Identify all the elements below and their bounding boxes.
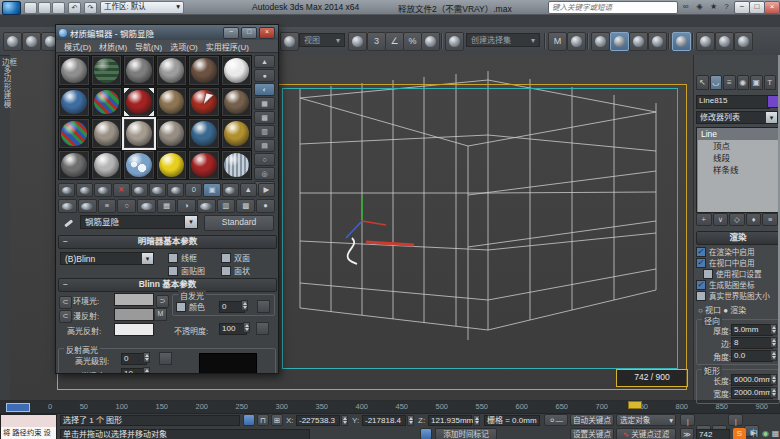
- mirror-icon[interactable]: M: [548, 32, 567, 51]
- material-sample-slot[interactable]: [221, 150, 253, 181]
- spinner[interactable]: [770, 374, 777, 385]
- reference-coordinate-dropdown[interactable]: 视图 ▾: [299, 33, 345, 47]
- faceted-checkbox[interactable]: 面状: [221, 265, 250, 276]
- workspace-selector[interactable]: 工作区: 默认 ▾: [100, 1, 184, 14]
- material-sample-slot[interactable]: [91, 55, 123, 86]
- material-sample-slot[interactable]: [156, 55, 188, 86]
- modifier-list-dropdown[interactable]: 修改器列表 ▾: [696, 111, 778, 124]
- tiling-icon[interactable]: ▩: [236, 199, 255, 213]
- material-sample-slot[interactable]: [91, 150, 123, 181]
- select-object-icon[interactable]: [78, 199, 97, 213]
- put-to-library-icon[interactable]: [167, 183, 184, 197]
- sample-type-sphere-icon[interactable]: ●: [256, 199, 275, 213]
- set-key-button[interactable]: 设置关键点: [570, 428, 614, 439]
- make-unique-icon[interactable]: ◇: [729, 213, 745, 226]
- background-icon[interactable]: ▦: [254, 97, 275, 110]
- render-setup-icon[interactable]: [696, 32, 715, 51]
- make-unique-icon[interactable]: [149, 183, 166, 197]
- close-icon[interactable]: ×: [259, 27, 275, 39]
- render-option-checkbox[interactable]: 在视口中启用: [696, 257, 779, 268]
- transport-button[interactable]: |▶: [728, 414, 743, 426]
- align-icon[interactable]: [567, 32, 586, 51]
- material-sample-slot[interactable]: [58, 118, 90, 149]
- opacity-map-button[interactable]: [256, 322, 269, 335]
- value-field[interactable]: 5.0mm: [731, 324, 773, 336]
- material-sample-slot[interactable]: [156, 150, 188, 181]
- sample-type-icon[interactable]: ●: [254, 69, 275, 82]
- time-slider-track[interactable]: 0501001502002503003504004505005506006507…: [0, 401, 780, 414]
- keyboard-shortcut-override-icon[interactable]: [445, 32, 464, 51]
- select-by-material-icon[interactable]: ◎: [254, 167, 275, 180]
- named-selection-set-dropdown[interactable]: 创建选择集 ▾: [466, 33, 540, 47]
- menu-item[interactable]: 导航(N): [131, 41, 166, 52]
- snap-toggle-3d-icon[interactable]: 3: [367, 32, 386, 51]
- isolate-selection-icon[interactable]: [243, 414, 255, 426]
- show-map-in-viewport-icon[interactable]: ▣: [203, 183, 220, 197]
- video-color-check-icon[interactable]: ▥: [254, 125, 275, 138]
- graphite-ribbon-toggle-icon[interactable]: [610, 32, 629, 51]
- diffuse-map-button[interactable]: M: [154, 308, 167, 321]
- value-field[interactable]: 0.0: [731, 350, 773, 362]
- modifier-stack-item[interactable]: 线段: [697, 152, 779, 164]
- sogou-ime-icon[interactable]: S: [733, 428, 746, 439]
- minimize-button[interactable]: −: [223, 27, 239, 39]
- search-icon[interactable]: ∞: [679, 1, 692, 12]
- material-sample-slot[interactable]: [188, 55, 220, 86]
- rollout-blinn-basic-params[interactable]: − Blinn 基本参数: [58, 278, 277, 292]
- material-sample-slot[interactable]: [58, 55, 90, 86]
- backlight-icon[interactable]: ◐: [254, 83, 275, 96]
- restore-button[interactable]: □: [241, 27, 257, 39]
- restore-button[interactable]: □: [749, 1, 765, 14]
- go-to-parent-icon[interactable]: ▲: [240, 183, 257, 197]
- sample-window-icon[interactable]: [58, 199, 77, 213]
- lock-diffuse-specular-icon[interactable]: ⊂: [59, 310, 72, 323]
- layer-manager-icon[interactable]: [591, 32, 610, 51]
- transport-button[interactable]: |◀: [680, 414, 695, 426]
- redo-icon[interactable]: ↷: [84, 2, 97, 14]
- material-sample-slot[interactable]: [221, 118, 253, 149]
- options-icon[interactable]: ○: [117, 199, 136, 213]
- material-sample-slot[interactable]: [123, 118, 155, 149]
- material-id-channel-icon[interactable]: 0: [185, 183, 202, 197]
- tab-hierarchy-icon[interactable]: ≡: [723, 75, 736, 90]
- favorites-icon[interactable]: ★: [707, 1, 720, 12]
- render-option-checkbox[interactable]: 使用视口设置: [696, 268, 779, 279]
- keyboard-icon[interactable]: ▦: [769, 428, 780, 439]
- menu-item[interactable]: 实用程序(U): [202, 41, 253, 52]
- material-sample-slot[interactable]: [123, 55, 155, 86]
- go-to-end-icon[interactable]: ≫: [680, 428, 694, 439]
- auto-key-button[interactable]: 自动关键点: [570, 414, 614, 426]
- y-coordinate-field[interactable]: -217818.4: [362, 415, 406, 426]
- render-production-icon[interactable]: [734, 32, 753, 51]
- use-pivot-center-icon[interactable]: [348, 32, 367, 51]
- unlink-selection-icon[interactable]: [22, 32, 41, 51]
- select-and-link-icon[interactable]: [3, 32, 22, 51]
- set-key-toggle-icon[interactable]: ⚪—: [544, 414, 568, 426]
- get-material-icon[interactable]: [58, 183, 75, 197]
- rendered-frame-window-icon[interactable]: [715, 32, 734, 51]
- material-sample-slot[interactable]: [123, 150, 155, 181]
- tab-modify-icon[interactable]: ◡: [710, 75, 723, 90]
- value-field[interactable]: 6000.0mm: [731, 374, 773, 386]
- self-illum-map-button[interactable]: [257, 300, 270, 313]
- angle-snap-icon[interactable]: ∠: [385, 32, 404, 51]
- specular-level-map-button[interactable]: [159, 352, 172, 365]
- material-sample-slot[interactable]: [188, 118, 220, 149]
- undo-icon[interactable]: ↶: [68, 2, 81, 14]
- specular-color-swatch[interactable]: [114, 323, 154, 336]
- backlight-toggle-icon[interactable]: ◑: [177, 199, 196, 213]
- help-icon[interactable]: ?: [720, 1, 733, 12]
- go-forward-sibling-icon[interactable]: ▶: [258, 183, 275, 197]
- spinner[interactable]: [770, 337, 777, 348]
- close-button[interactable]: ×: [764, 1, 780, 14]
- ribbon-tab-polygon-modeling[interactable]: 多边形建模: [1, 66, 12, 109]
- select-and-scale-icon[interactable]: [280, 32, 299, 51]
- current-frame-field[interactable]: 742: [696, 429, 730, 439]
- modifier-stack-item[interactable]: 顶点: [697, 140, 779, 152]
- time-slider-handle[interactable]: [628, 401, 642, 409]
- render-option-checkbox[interactable]: 真实世界贴图大小: [696, 290, 779, 301]
- new-file-icon[interactable]: [24, 2, 37, 14]
- selection-lock-icon[interactable]: ⊓: [257, 414, 269, 426]
- preview-icon[interactable]: [197, 199, 216, 213]
- material-sample-slot[interactable]: [91, 87, 123, 118]
